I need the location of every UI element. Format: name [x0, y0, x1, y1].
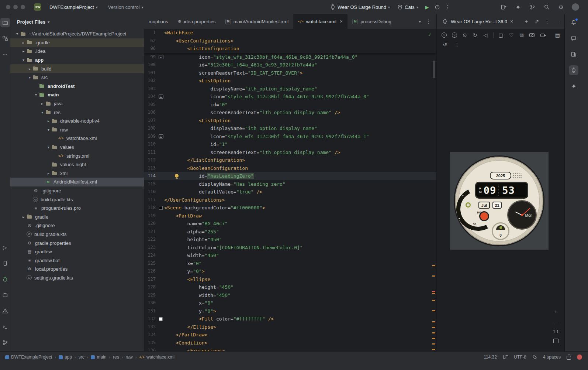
pull-requests-button[interactable]: [529, 3, 536, 11]
tree-item-gradle-properties[interactable]: ⚙gradle.properties: [10, 239, 144, 247]
code-line-121[interactable]: 121alpha="255": [144, 228, 436, 236]
chevron-right-icon[interactable]: ▸: [39, 102, 45, 106]
code-line-1[interactable]: 1<WatchFace: [144, 29, 436, 37]
account-button[interactable]: [572, 3, 579, 11]
search-everywhere-button[interactable]: [543, 3, 550, 11]
run-button[interactable]: ▶: [423, 3, 431, 11]
code-line-111[interactable]: 111screenReaderText="ith_option_display_…: [144, 148, 436, 157]
tree-item-androidmanifest-xml[interactable]: MAndroidManifest.xml: [10, 178, 144, 186]
tree-item-values[interactable]: ▾values: [10, 143, 144, 152]
tree-item-androidstudioprojects-dwfexampleproject[interactable]: ▾~/AndroidStudioProjects/DWFExampleProje…: [10, 30, 144, 38]
code-line-108[interactable]: 108displayName="ith_option_display_name": [144, 124, 436, 133]
gemini-tool-button[interactable]: [569, 81, 578, 91]
terminal-tool-button[interactable]: >_: [0, 322, 10, 332]
code-line-119[interactable]: 119<PartDraw: [144, 212, 436, 220]
device-tab-title[interactable]: Wear OS Large Ro...l 36.0: [451, 19, 507, 24]
tag-icon[interactable]: [532, 355, 537, 360]
chevron-down-icon[interactable]: ▾: [33, 93, 39, 97]
tree-item-res[interactable]: ▾res: [10, 108, 144, 117]
breadcrumb-item-watchface-xml[interactable]: </>watchface.xml: [139, 354, 174, 360]
running-devices-tool-button[interactable]: [569, 65, 578, 75]
stripe-mark[interactable]: [432, 275, 435, 277]
more-run-actions-button[interactable]: ⋮: [444, 3, 452, 11]
code-line-114[interactable]: 114id="hasLeadingZero": [144, 172, 436, 180]
tree-item-idea[interactable]: ▸.idea: [10, 47, 144, 56]
close-icon[interactable]: ×: [340, 18, 343, 24]
tree-item-src[interactable]: ▾src: [10, 73, 144, 82]
code-line-132[interactable]: 132<Fill color="#ffffffff" />: [144, 315, 436, 323]
add-device-button[interactable]: +: [523, 18, 530, 25]
chevron-right-icon[interactable]: ▸: [45, 171, 52, 175]
close-window-button[interactable]: [6, 5, 10, 9]
project-tool-button[interactable]: [0, 18, 10, 27]
code-line-135[interactable]: 135<Condition>: [144, 339, 436, 347]
error-stripe[interactable]: [431, 29, 436, 351]
tree-item-main[interactable]: ▾main: [10, 90, 144, 99]
zoom-window-button[interactable]: [21, 5, 25, 9]
profiler-button[interactable]: [434, 3, 441, 11]
intention-bulb-icon[interactable]: [175, 174, 179, 178]
chevron-right-icon[interactable]: ▸: [20, 215, 27, 219]
drawable-preview-icon[interactable]: [158, 134, 164, 138]
code-line-123[interactable]: 123tintColor="[CONFIGURATION.themeColor.…: [144, 244, 436, 252]
code-line-125[interactable]: 125x="0": [144, 260, 436, 268]
tree-item-gradle[interactable]: ▸gradle: [10, 212, 144, 221]
tree-item-build-gradle-kts[interactable]: Gbuild.gradle.kts: [10, 230, 144, 239]
code-line-113[interactable]: 113<BooleanConfiguration: [144, 164, 436, 172]
device-selector[interactable]: Wear OS Large Round ▾: [328, 3, 392, 11]
tree-item-values-night[interactable]: values-night: [10, 160, 144, 169]
fit-to-screen-button[interactable]: [552, 337, 560, 345]
tree-item-app[interactable]: ▾app: [10, 56, 144, 65]
device-mirroring-button[interactable]: [500, 3, 507, 11]
indent-setting[interactable]: 4 spaces: [543, 354, 561, 360]
code-line-96[interactable]: 96<ListConfiguration: [144, 45, 436, 53]
drawable-preview-icon[interactable]: [158, 55, 164, 59]
code-line-118[interactable]: 118<Scene backgroundColor="#ff000000">: [144, 204, 436, 212]
chevron-right-icon[interactable]: ▸: [27, 67, 33, 71]
chevron-down-icon[interactable]: ▾: [45, 128, 52, 132]
chevron-down-icon[interactable]: ▾: [45, 145, 52, 149]
hidden-tabs-chevron-icon[interactable]: ▾: [419, 20, 421, 24]
code-line-100[interactable]: 100id="312c30bf_f64a_461e_9c93_992f2fb7a…: [144, 61, 436, 69]
display-button[interactable]: ▤: [555, 31, 560, 39]
editor-scrollbar-thumb[interactable]: [433, 61, 435, 78]
problems-tool-button[interactable]: [0, 306, 10, 316]
chevron-down-icon[interactable]: ▾: [20, 58, 27, 62]
line-separator[interactable]: LF: [503, 354, 508, 360]
stripe-mark[interactable]: [432, 343, 435, 345]
tree-item-drawable-nodpi-v4[interactable]: ▸drawable-nodpi-v4: [10, 117, 144, 126]
chevron-down-icon[interactable]: ▾: [39, 110, 45, 114]
tree-item-build[interactable]: ▸build: [10, 64, 144, 73]
palm-button[interactable]: ⊙: [462, 31, 467, 39]
tree-item-gradlew-bat[interactable]: ≡gradlew.bat: [10, 256, 144, 265]
message-button[interactable]: ✉: [519, 31, 525, 39]
stripe-mark[interactable]: [432, 349, 435, 350]
tree-item-settings-gradle-kts[interactable]: Gsettings.gradle.kts: [10, 274, 144, 282]
version-control-tool-button[interactable]: [0, 338, 10, 347]
tree-item-androidtest[interactable]: androidTest: [10, 82, 144, 91]
code-editor[interactable]: ✓ 1<WatchFace62<UserConfigurations>96<Li…: [144, 29, 436, 351]
code-line-126[interactable]: 126y="0">: [144, 267, 436, 275]
code-line-117[interactable]: 117</UserConfigurations>: [144, 196, 436, 204]
code-line-136[interactable]: 136<Expressions>: [144, 347, 436, 351]
minimize-window-button[interactable]: [13, 5, 18, 9]
color-swatch-icon[interactable]: [158, 206, 164, 210]
breadcrumb-item-res[interactable]: res: [113, 354, 119, 360]
code-line-101[interactable]: 101screenReaderText="ID_CAT_STEP_OVER">: [144, 69, 436, 77]
more-tools-tool-button[interactable]: ⋯: [0, 49, 10, 59]
button-one-button[interactable]: 1: [441, 31, 447, 39]
run-config-selector[interactable]: Cats ▾: [395, 3, 421, 11]
tree-item-strings-xml[interactable]: </>strings.xml: [10, 151, 144, 160]
tree-item-raw[interactable]: ▾raw: [10, 126, 144, 134]
code-line-112[interactable]: 112</ListConfiguration>: [144, 156, 436, 164]
chevron-down-icon[interactable]: ▾: [14, 32, 20, 36]
tab-moptions[interactable]: moptions: [144, 14, 173, 29]
tree-item-proguard-rules-pro[interactable]: ≡proguard-rules.pro: [10, 204, 144, 213]
cursor-position[interactable]: 114:32: [484, 354, 497, 360]
emulator-screen[interactable]: 2025 P M 09 53 Jul 21: [450, 152, 549, 250]
stripe-mark[interactable]: [432, 327, 435, 328]
project-selector[interactable]: DWFExampleProject ▾: [47, 3, 100, 11]
device-explorer-tool-button[interactable]: [569, 49, 578, 59]
record-button[interactable]: [540, 31, 545, 39]
code-line-106[interactable]: 106screenReaderText="ith_option_display_…: [144, 109, 436, 117]
